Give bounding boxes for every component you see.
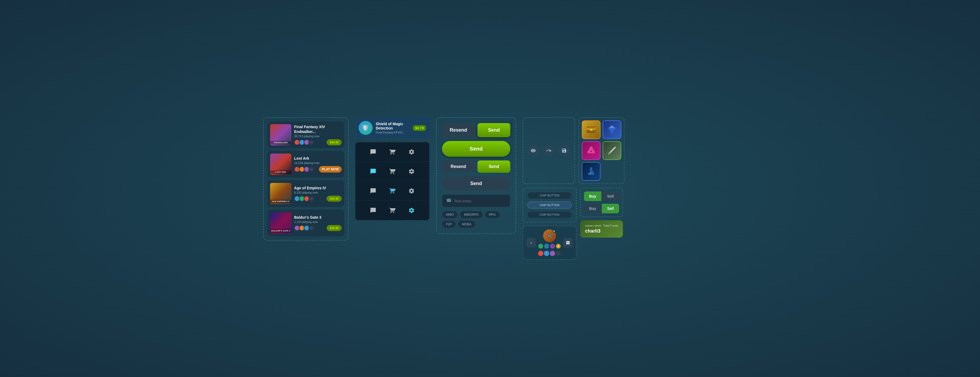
game-title-aoe: Age of Empires IV <box>294 186 342 190</box>
funds-label: Total Funds <box>603 224 618 227</box>
player-center: 🎮 + + + ⭐ <box>538 229 561 256</box>
chip-button-1[interactable]: CHIP BUTTON <box>527 192 572 199</box>
buy-sell-panel: Buy Sell Buy Sell <box>580 188 623 217</box>
game-title-baldur: Baldur's Gate 3 <box>294 215 342 220</box>
chat-icon-3[interactable] <box>368 186 378 196</box>
tag-rpg[interactable]: RPG <box>485 211 500 218</box>
thumb-label-baldur: BALDUR'S GATE 3 <box>270 229 291 232</box>
chat-icon-1[interactable] <box>368 147 378 157</box>
avatar-more: ··· <box>309 166 314 172</box>
icon-btn-panel <box>523 117 575 184</box>
sell-button-1[interactable]: Sell <box>602 191 619 201</box>
top-right-row <box>523 117 625 184</box>
redo-button[interactable] <box>543 145 555 156</box>
game-card-ffxiv[interactable]: ENDWALKER Final Fantasy XIV Endwalker...… <box>267 121 344 148</box>
game-item-chest[interactable] <box>582 121 600 139</box>
tag-mmo[interactable]: MMO <box>442 211 458 218</box>
bottom-right-row: CHIP BUTTON CHIP BUTTON CHIP BUTTON ‹ 🎮 <box>523 188 625 260</box>
envelope-icon <box>447 198 451 204</box>
svg-line-7 <box>610 152 611 153</box>
game-footer-aoe: ··· $29.99 <box>294 196 342 202</box>
bs-row-2: Buy Sell <box>584 204 619 213</box>
cart-icon-2[interactable] <box>388 167 397 176</box>
game-item-flask[interactable] <box>582 162 600 181</box>
av-sm-1 <box>538 251 543 256</box>
avatar-row-aoe: ··· <box>294 196 314 202</box>
game-footer-ffxiv: ··· $49.99 <box>294 139 342 145</box>
chip-button-2[interactable]: CHIP BUTTON <box>527 202 572 208</box>
avatars-small-row: ··· <box>538 251 561 256</box>
game-items-panel <box>579 117 625 184</box>
cart-icon-1[interactable] <box>388 147 397 157</box>
avatar-more: ··· <box>309 225 314 231</box>
settings-icon-2[interactable] <box>407 167 416 176</box>
price-badge-lostark[interactable]: PLAY NOW <box>319 166 342 172</box>
svg-marker-5 <box>608 125 616 129</box>
game-item-potion[interactable] <box>582 141 600 160</box>
text-entry-input[interactable] <box>454 199 506 203</box>
funds-info: Total Funds <box>603 224 618 228</box>
text-entry-row[interactable] <box>442 194 510 207</box>
tag-f2p[interactable]: F2P <box>442 221 456 228</box>
price-badge-aoe[interactable]: $29.99 <box>327 196 342 202</box>
send-button-1[interactable]: Send <box>477 123 510 137</box>
cart-icon-4[interactable] <box>388 205 397 215</box>
game-list-panel: ENDWALKER Final Fantasy XIV Endwalker...… <box>263 117 348 240</box>
svg-point-8 <box>608 153 610 154</box>
buy-button-1[interactable]: Buy <box>584 191 601 201</box>
tag-moba[interactable]: MOBA <box>458 221 475 228</box>
save-button[interactable] <box>558 145 570 156</box>
price-badge-ffxiv[interactable]: $49.99 <box>327 139 342 145</box>
back-button[interactable]: ‹ <box>526 238 536 248</box>
game-card-baldur[interactable]: BALDUR'S GATE 3 Baldur's Gate 3 1,114 pl… <box>267 210 344 236</box>
item-price: $0.79 <box>413 125 426 131</box>
avatar-more: ··· <box>309 139 314 145</box>
cart-icon-3[interactable] <box>388 186 397 196</box>
chat-icon-4[interactable] <box>368 205 378 215</box>
game-footer-lostark: ··· PLAY NOW <box>294 166 342 172</box>
bs-row-1: Buy Sell <box>584 191 619 201</box>
game-thumb-ffxiv: ENDWALKER <box>270 124 291 146</box>
item-subtitle: Final Fantasy FFXIV... <box>376 131 410 134</box>
owner-panel: owner name charli3 Total Funds <box>580 220 623 238</box>
resend-button-1[interactable]: Resend <box>442 123 475 137</box>
icon-row-4 <box>355 201 429 220</box>
mini-icon-gold: ⭐ <box>556 244 561 248</box>
tag-row: MMO MMORPG RPG F2P MOBA <box>442 211 510 228</box>
item-card[interactable]: 🛡️ Shield of Magic Detection Final Fanta… <box>355 117 430 138</box>
tag-mmorpg[interactable]: MMORPG <box>460 211 482 218</box>
player-panel: ‹ 🎮 + + + ⭐ <box>523 226 576 260</box>
settings-icon-1[interactable] <box>407 147 416 157</box>
game-card-lostark[interactable]: LOST ARK Lost Ark 14,234 playing now ···… <box>267 151 344 178</box>
owner-label: owner name <box>585 224 601 227</box>
game-item-gem[interactable] <box>603 121 621 139</box>
settings-icon-3[interactable] <box>407 186 416 196</box>
send-button-2[interactable]: Send <box>477 161 510 173</box>
resend-button-2[interactable]: Resend <box>442 161 475 173</box>
owner-info: owner name charli3 <box>585 224 601 234</box>
icon-row-2 <box>355 162 429 181</box>
eye-button[interactable] <box>527 145 539 156</box>
svg-rect-3 <box>587 126 595 129</box>
price-badge-baldur[interactable]: $45.99 <box>327 225 342 231</box>
send-button-full-1[interactable]: Send <box>442 141 510 157</box>
game-item-sword[interactable] <box>603 141 621 160</box>
thumb-label-aoe: AGE EMPIRES IV <box>270 200 291 203</box>
settings-icon-4[interactable] <box>407 205 416 215</box>
send-button-dark[interactable]: Send <box>442 177 510 191</box>
avatar-row-lostark: ··· <box>294 166 314 172</box>
game-thumb-lostark: LOST ARK <box>270 154 291 175</box>
game-players-baldur: 1,114 playing now <box>294 220 342 223</box>
mini-icon-purple: + <box>550 244 555 248</box>
online-indicator <box>553 230 555 232</box>
game-info-lostark: Lost Ark 14,234 playing now ··· PLAY NOW <box>294 156 342 172</box>
game-footer-baldur: ··· $45.99 <box>294 225 342 231</box>
game-card-aoe[interactable]: AGE EMPIRES IV Age of Empires IV 6,193 p… <box>267 180 344 207</box>
chip-button-3[interactable]: CHIP BUTTON <box>527 211 572 218</box>
grid-button[interactable] <box>563 238 573 248</box>
sell-button-2[interactable]: Sell <box>602 204 619 213</box>
chat-icon-2[interactable] <box>368 167 378 176</box>
icon-row-3 <box>355 181 429 201</box>
game-info-aoe: Age of Empires IV 6,193 playing now ··· … <box>294 186 342 202</box>
buy-button-2[interactable]: Buy <box>584 204 601 213</box>
